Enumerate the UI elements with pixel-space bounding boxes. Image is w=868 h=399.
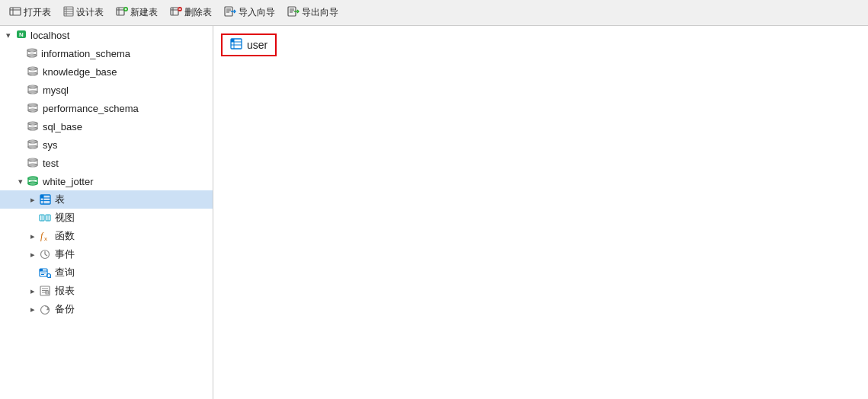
localhost-label: localhost xyxy=(30,30,69,41)
new-table-label: 新建表 xyxy=(130,6,158,19)
delete-table-icon xyxy=(170,6,182,19)
svg-line-75 xyxy=(50,277,51,278)
svg-rect-14 xyxy=(171,8,178,15)
report-icon xyxy=(38,285,52,297)
event-icon xyxy=(38,248,52,260)
svg-text:N: N xyxy=(19,31,24,38)
db-icon xyxy=(26,102,40,114)
export-wizard-label: 导出向导 xyxy=(302,6,338,19)
db-label: test xyxy=(43,158,59,169)
events-toggle[interactable] xyxy=(27,250,38,260)
db-icon xyxy=(26,157,40,169)
open-table-icon xyxy=(9,6,21,19)
db-label: sql_base xyxy=(43,121,82,132)
tables-toggle[interactable] xyxy=(27,195,38,205)
tables-item[interactable]: 表 xyxy=(0,190,213,209)
localhost-item[interactable]: N localhost xyxy=(0,26,213,44)
import-wizard-icon xyxy=(224,6,236,19)
db-icon xyxy=(26,139,40,151)
user-table-label: user xyxy=(247,39,267,51)
function-icon: f x xyxy=(38,230,52,242)
svg-text:x: x xyxy=(44,235,47,241)
db-item-mysql[interactable]: mysql xyxy=(0,81,213,99)
views-label: 视图 xyxy=(55,211,75,225)
new-table-button[interactable]: 新建表 xyxy=(111,5,162,21)
toolbar: 打开表 设计表 新建表 xyxy=(0,0,868,26)
design-table-button[interactable]: 设计表 xyxy=(59,5,108,21)
user-table-icon xyxy=(230,38,242,52)
svg-rect-87 xyxy=(231,39,234,42)
import-wizard-label: 导入向导 xyxy=(239,6,275,19)
queries-item[interactable]: 查询 xyxy=(0,263,213,282)
functions-item[interactable]: f x 函数 xyxy=(0,227,213,245)
db-label: performance_schema xyxy=(43,103,139,114)
functions-label: 函数 xyxy=(55,229,75,243)
db-icon xyxy=(26,65,40,78)
svg-rect-59 xyxy=(40,195,43,198)
backup-item[interactable]: 备份 xyxy=(0,300,213,318)
db-label: mysql xyxy=(43,85,69,96)
backup-icon xyxy=(38,303,52,315)
design-table-label: 设计表 xyxy=(76,6,104,19)
import-wizard-button[interactable]: 导入向导 xyxy=(219,5,280,21)
backup-label: 备份 xyxy=(55,302,75,316)
localhost-toggle[interactable] xyxy=(3,30,14,40)
db-item-sys[interactable]: sys xyxy=(0,136,213,154)
db-item-sql-base[interactable]: sql_base xyxy=(0,117,213,136)
reports-toggle[interactable] xyxy=(27,286,38,296)
sidebar: N localhost information_schema xyxy=(0,26,213,399)
db-icon xyxy=(26,120,40,132)
db-item-information-schema[interactable]: information_schema xyxy=(0,44,213,62)
export-wizard-button[interactable]: 导出向导 xyxy=(283,5,343,21)
backup-toggle[interactable] xyxy=(27,305,38,314)
db-icon xyxy=(26,84,40,96)
svg-rect-0 xyxy=(10,8,21,15)
reports-item[interactable]: 报表 xyxy=(0,282,213,300)
queries-label: 查询 xyxy=(55,266,75,279)
open-table-button[interactable]: 打开表 xyxy=(5,5,56,21)
export-wizard-icon xyxy=(287,6,299,19)
design-table-icon xyxy=(63,6,74,19)
svg-line-68 xyxy=(45,254,47,256)
svg-rect-71 xyxy=(40,269,43,271)
db-item-performance-schema[interactable]: performance_schema xyxy=(0,99,213,117)
db-icon xyxy=(26,48,38,59)
db-label: sys xyxy=(43,139,58,151)
new-table-icon xyxy=(116,6,128,19)
views-item[interactable]: 视图 xyxy=(0,209,213,227)
events-label: 事件 xyxy=(55,247,75,261)
open-table-label: 打开表 xyxy=(24,6,51,19)
tables-label: 表 xyxy=(55,193,65,206)
events-item[interactable]: 事件 xyxy=(0,245,213,263)
query-icon xyxy=(38,267,52,279)
db-label: knowledge_base xyxy=(43,66,117,78)
view-icon xyxy=(38,212,52,224)
navicat-icon: N xyxy=(15,29,27,42)
db-item-knowledge-base[interactable]: knowledge_base xyxy=(0,62,213,81)
table-icon xyxy=(38,193,52,206)
functions-toggle[interactable] xyxy=(27,231,38,241)
content-area: user xyxy=(213,26,868,399)
delete-table-label: 删除表 xyxy=(184,6,212,19)
white-jotter-toggle[interactable] xyxy=(15,177,26,187)
delete-table-button[interactable]: 删除表 xyxy=(165,5,216,21)
db-item-white-jotter[interactable]: white_jotter xyxy=(0,172,213,190)
db-label: white_jotter xyxy=(43,176,93,187)
svg-rect-8 xyxy=(117,8,124,15)
user-table-item[interactable]: user xyxy=(221,34,277,56)
db-item-test[interactable]: test xyxy=(0,154,213,172)
db-icon-green xyxy=(26,175,40,187)
db-label: information_schema xyxy=(41,48,130,59)
reports-label: 报表 xyxy=(55,284,75,298)
main-area: N localhost information_schema xyxy=(0,26,868,399)
